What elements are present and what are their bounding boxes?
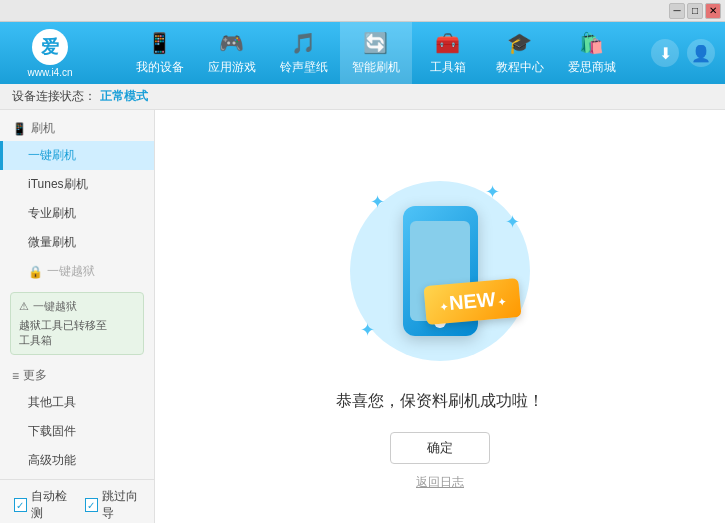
- nav-bar: 📱 我的设备 🎮 应用游戏 🎵 铃声壁纸 🔄 智能刷机 🧰 工具箱 🎓 教程中心…: [100, 22, 651, 84]
- skip-wizard-checkmark: ✓: [85, 498, 98, 512]
- my-device-icon: 📱: [147, 31, 172, 55]
- data-flash-label: 微量刷机: [28, 235, 76, 249]
- more-section-label: 更多: [23, 367, 47, 384]
- apps-icon: 🎮: [219, 31, 244, 55]
- tutorial-label: 教程中心: [496, 59, 544, 76]
- main-content: 📱 刷机 一键刷机 iTunes刷机 专业刷机 微量刷机 🔒 一键越狱: [0, 110, 725, 523]
- sparkle-2: ✦: [485, 181, 500, 203]
- sidebar-item-download-firmware[interactable]: 下载固件: [0, 417, 154, 446]
- jailbreak-label: 一键越狱: [47, 263, 95, 280]
- phone-illustration: ✦ ✦ ✦ ✦ NEW: [340, 171, 540, 371]
- user-button[interactable]: 👤: [687, 39, 715, 67]
- logo-url: www.i4.cn: [27, 67, 72, 78]
- sidebar-item-data-flash[interactable]: 微量刷机: [0, 228, 154, 257]
- left-panel: 📱 刷机 一键刷机 iTunes刷机 专业刷机 微量刷机 🔒 一键越狱: [0, 110, 155, 523]
- logo-icon: 爱: [32, 29, 68, 65]
- sparkle-1: ✦: [370, 191, 385, 213]
- sidebar-item-jailbreak: 🔒 一键越狱: [0, 257, 154, 286]
- auto-detect-checkbox[interactable]: ✓ 自动检测: [14, 488, 73, 522]
- connect-status-label: 设备连接状态：: [12, 88, 96, 105]
- skip-wizard-label: 跳过向导: [102, 488, 144, 522]
- new-badge: NEW: [424, 277, 522, 324]
- minimize-button[interactable]: ─: [669, 3, 685, 19]
- nav-my-device[interactable]: 📱 我的设备: [124, 22, 196, 84]
- confirm-button[interactable]: 确定: [390, 432, 490, 464]
- header: 爱 www.i4.cn 📱 我的设备 🎮 应用游戏 🎵 铃声壁纸 🔄 智能刷机 …: [0, 22, 725, 84]
- device-section: ✓ 自动检测 ✓ 跳过向导 📱 iPhone 12 mini 64GB Down…: [0, 479, 154, 523]
- sidebar-section-flash: 📱 刷机: [0, 114, 154, 141]
- lock-icon: 🔒: [28, 265, 43, 279]
- back-link[interactable]: 返回日志: [416, 474, 464, 491]
- pro-flash-label: 专业刷机: [28, 206, 76, 220]
- itunes-flash-label: iTunes刷机: [28, 177, 88, 191]
- nav-smart-shop[interactable]: 🔄 智能刷机: [340, 22, 412, 84]
- note-icon: ⚠: [19, 300, 29, 313]
- sidebar-nav: 📱 刷机 一键刷机 iTunes刷机 专业刷机 微量刷机 🔒 一键越狱: [0, 110, 154, 479]
- jailbreak-note: ⚠ 一键越狱 越狱工具已转移至工具箱: [10, 292, 144, 355]
- skip-wizard-checkbox[interactable]: ✓ 跳过向导: [85, 488, 144, 522]
- one-click-label: 一键刷机: [28, 148, 76, 162]
- think-shop-label: 爱思商城: [568, 59, 616, 76]
- nav-ringtone[interactable]: 🎵 铃声壁纸: [268, 22, 340, 84]
- sparkle-3: ✦: [360, 319, 375, 341]
- sidebar-item-advanced[interactable]: 高级功能: [0, 446, 154, 475]
- download-firmware-label: 下载固件: [28, 424, 76, 438]
- header-actions: ⬇ 👤: [651, 39, 715, 67]
- nav-apps-games[interactable]: 🎮 应用游戏: [196, 22, 268, 84]
- auto-detect-checkmark: ✓: [14, 498, 27, 512]
- title-bar: ─ □ ✕: [0, 0, 725, 22]
- other-tools-label: 其他工具: [28, 395, 76, 409]
- smart-shop-icon: 🔄: [363, 31, 388, 55]
- sidebar-item-pro-flash[interactable]: 专业刷机: [0, 199, 154, 228]
- sidebar-section-more: ≡ 更多: [0, 361, 154, 388]
- close-button[interactable]: ✕: [705, 3, 721, 19]
- sidebar-item-one-click-flash[interactable]: 一键刷机: [0, 141, 154, 170]
- sidebar-item-other-tools[interactable]: 其他工具: [0, 388, 154, 417]
- connect-status-bar: 设备连接状态： 正常模式: [0, 84, 725, 110]
- right-panel: ✦ ✦ ✦ ✦ NEW 恭喜您，保资料刷机成功啦！ 确定 返回日志 V7.98.…: [155, 110, 725, 523]
- note-content: 越狱工具已转移至工具箱: [19, 318, 135, 348]
- nav-tutorial[interactable]: 🎓 教程中心: [484, 22, 556, 84]
- more-section-icon: ≡: [12, 369, 19, 383]
- auto-detect-label: 自动检测: [31, 488, 73, 522]
- sparkle-4: ✦: [505, 211, 520, 233]
- checkbox-area: ✓ 自动检测 ✓ 跳过向导: [14, 488, 144, 522]
- maximize-button[interactable]: □: [687, 3, 703, 19]
- logo-area: 爱 www.i4.cn: [0, 22, 100, 84]
- flash-section-label: 刷机: [31, 120, 55, 137]
- ringtone-icon: 🎵: [291, 31, 316, 55]
- note-title: ⚠ 一键越狱: [19, 299, 135, 314]
- apps-label: 应用游戏: [208, 59, 256, 76]
- think-shop-icon: 🛍️: [579, 31, 604, 55]
- tutorial-icon: 🎓: [507, 31, 532, 55]
- sidebar-item-itunes-flash[interactable]: iTunes刷机: [0, 170, 154, 199]
- toolbox-label: 工具箱: [430, 59, 466, 76]
- nav-think-shop[interactable]: 🛍️ 爱思商城: [556, 22, 628, 84]
- toolbox-icon: 🧰: [435, 31, 460, 55]
- download-button[interactable]: ⬇: [651, 39, 679, 67]
- nav-toolbox[interactable]: 🧰 工具箱: [412, 22, 484, 84]
- success-content: ✦ ✦ ✦ ✦ NEW 恭喜您，保资料刷机成功啦！ 确定 返回日志: [155, 110, 725, 523]
- smart-shop-label: 智能刷机: [352, 59, 400, 76]
- ringtone-label: 铃声壁纸: [280, 59, 328, 76]
- advanced-label: 高级功能: [28, 453, 76, 467]
- success-text: 恭喜您，保资料刷机成功啦！: [336, 391, 544, 412]
- flash-section-icon: 📱: [12, 122, 27, 136]
- connect-status-value: 正常模式: [100, 88, 148, 105]
- my-device-label: 我的设备: [136, 59, 184, 76]
